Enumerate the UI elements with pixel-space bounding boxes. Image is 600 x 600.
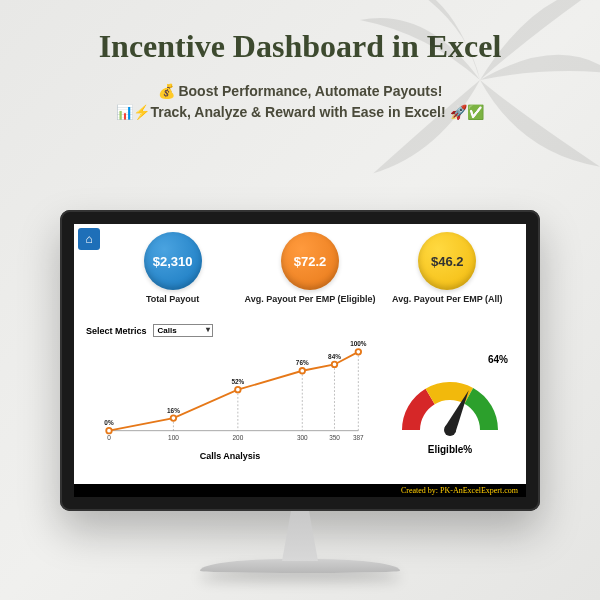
kpi-label: Avg. Payout Per EMP (Eligible): [242, 294, 378, 304]
kpi-circle: $72.2: [281, 232, 339, 290]
svg-text:0%: 0%: [104, 419, 114, 426]
metric-selector-row: Select Metrics Calls: [86, 324, 374, 337]
svg-text:200: 200: [233, 434, 244, 441]
gauge-panel: 64% Eligible%: [380, 320, 520, 478]
credit-bar: Created by: PK-AnExcelExpert.com: [74, 484, 526, 497]
kpi-label: Avg. Payout Per EMP (All): [379, 294, 515, 304]
svg-point-13: [235, 387, 241, 393]
subtitle-line-2: 📊⚡Track, Analyze & Reward with Ease in E…: [60, 102, 540, 123]
monitor-bezel: ⌂ $2,310 Total Payout $72.2 Avg. Payout …: [60, 210, 540, 511]
gauge-value: 64%: [488, 354, 508, 365]
lower-panel: Select Metrics Calls 0%016%10052%20076%3…: [80, 320, 520, 478]
home-icon: ⌂: [85, 232, 92, 246]
svg-point-26: [444, 424, 456, 436]
kpi-total-payout: $2,310 Total Payout: [105, 232, 241, 304]
kpi-label: Total Payout: [105, 294, 241, 304]
svg-text:84%: 84%: [328, 353, 341, 360]
gauge-label: Eligible%: [428, 444, 472, 455]
svg-text:76%: 76%: [296, 359, 309, 366]
kpi-circle: $2,310: [144, 232, 202, 290]
monitor: ⌂ $2,310 Total Payout $72.2 Avg. Payout …: [60, 210, 540, 573]
svg-text:52%: 52%: [231, 378, 244, 385]
dashboard-screen: ⌂ $2,310 Total Payout $72.2 Avg. Payout …: [74, 224, 526, 484]
kpi-avg-eligible: $72.2 Avg. Payout Per EMP (Eligible): [242, 232, 378, 304]
svg-point-19: [332, 362, 338, 368]
svg-text:16%: 16%: [167, 407, 180, 414]
svg-text:100%: 100%: [350, 340, 367, 347]
svg-text:300: 300: [297, 434, 308, 441]
metric-select-dropdown[interactable]: Calls: [153, 324, 213, 337]
page-title: Incentive Dashboard in Excel: [0, 0, 600, 73]
monitor-stand-base: [200, 559, 400, 573]
svg-text:100: 100: [168, 434, 179, 441]
home-button[interactable]: ⌂: [78, 228, 100, 250]
subtitle-line-1: 💰 Boost Performance, Automate Payouts!: [60, 81, 540, 102]
svg-text:0: 0: [107, 434, 111, 441]
kpi-row: $2,310 Total Payout $72.2 Avg. Payout Pe…: [74, 224, 526, 308]
svg-point-10: [171, 415, 177, 421]
svg-point-22: [356, 349, 362, 355]
svg-point-7: [106, 428, 112, 434]
svg-text:387: 387: [353, 434, 364, 441]
kpi-circle: $46.2: [418, 232, 476, 290]
line-chart-panel: Select Metrics Calls 0%016%10052%20076%3…: [80, 320, 380, 478]
monitor-stand-neck: [270, 511, 330, 561]
line-chart: 0%016%10052%20076%30084%350100%387: [86, 339, 374, 449]
metric-selector-label: Select Metrics: [86, 326, 147, 336]
svg-text:350: 350: [329, 434, 340, 441]
svg-point-16: [300, 368, 306, 374]
page-subtitle: 💰 Boost Performance, Automate Payouts! 📊…: [0, 73, 600, 141]
gauge-chart: [390, 362, 510, 442]
line-chart-title: Calls Analysis: [86, 451, 374, 461]
kpi-avg-all: $46.2 Avg. Payout Per EMP (All): [379, 232, 515, 304]
